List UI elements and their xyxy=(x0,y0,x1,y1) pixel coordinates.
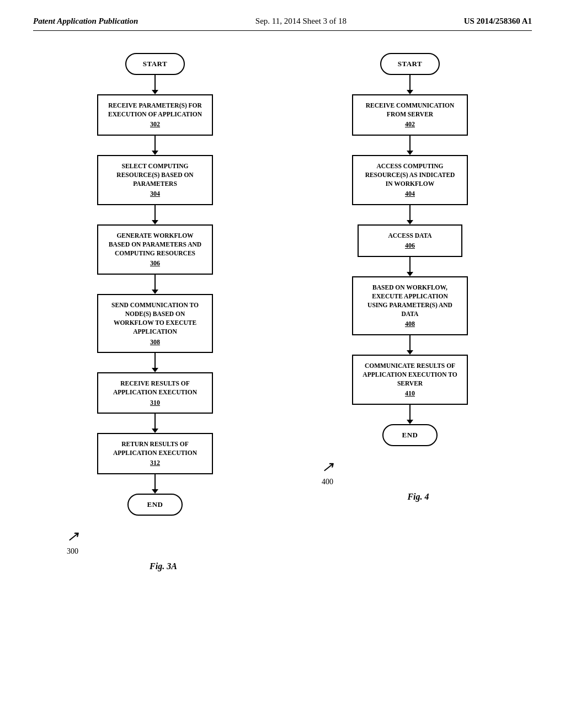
node-start-4: START xyxy=(380,53,440,75)
node-end-3a: END xyxy=(127,494,183,516)
node-404: ACCESS COMPUTING RESOURCE(S) AS INDICATE… xyxy=(352,155,468,205)
arrow-4-1 xyxy=(409,136,411,151)
header-publication-type: Patent Application Publication xyxy=(33,17,138,26)
diagram-fig3a: START RECEIVE PARAMETER(S) FOR EXECUTION… xyxy=(67,53,243,571)
node-308: SEND COMMUNICATION TO NODE(S) BASED ON W… xyxy=(97,294,213,353)
node-304: SELECT COMPUTING RESOURCE(S) BASED ON PA… xyxy=(97,155,213,205)
node-306: GENERATE WORKFLOW BASED ON PARAMETERS AN… xyxy=(97,224,213,275)
node-408: BASED ON WORKFLOW, EXECUTE APPLICATION U… xyxy=(352,276,468,335)
header-patent-number: US 2014/258360 A1 xyxy=(464,17,532,26)
corner-mark-3a: ↗ xyxy=(67,528,79,545)
arrow-3a-2 xyxy=(154,205,156,221)
node-406: ACCESS DATA 406 xyxy=(358,224,462,257)
node-310: RECEIVE RESULTS OF APPLICATION EXECUTION… xyxy=(97,372,213,414)
arrow-4-0 xyxy=(409,75,411,90)
arrow-3a-5 xyxy=(154,414,156,429)
diagrams-container: START RECEIVE PARAMETER(S) FOR EXECUTION… xyxy=(33,53,532,571)
diagram-3a-footer: ↗ 300 Fig. 3A xyxy=(67,521,243,571)
node-410: COMMUNICATE RESULTS OF APPLICATION EXECU… xyxy=(352,355,468,405)
flowchart-4: START RECEIVE COMMUNICATION FROM SERVER … xyxy=(352,53,468,446)
diagram-number-4: 400 xyxy=(322,478,333,486)
header-date-sheet: Sep. 11, 2014 Sheet 3 of 18 xyxy=(255,17,347,26)
diagram-4-footer: ↗ 400 Fig. 4 xyxy=(322,452,498,502)
node-402: RECEIVE COMMUNICATION FROM SERVER 402 xyxy=(352,94,468,136)
flowchart-3a: START RECEIVE PARAMETER(S) FOR EXECUTION… xyxy=(97,53,213,516)
arrow-4-4 xyxy=(409,335,411,351)
arrow-3a-0 xyxy=(154,75,156,90)
diagram-fig4: START RECEIVE COMMUNICATION FROM SERVER … xyxy=(322,53,498,502)
node-end-4: END xyxy=(382,424,438,446)
node-start-3a: START xyxy=(125,53,185,75)
diagram-number-3a: 300 xyxy=(67,547,78,556)
arrow-3a-4 xyxy=(154,353,156,368)
arrow-3a-6 xyxy=(154,474,156,490)
arrow-4-5 xyxy=(409,405,411,420)
fig-label-4: Fig. 4 xyxy=(407,492,429,502)
arrow-3a-1 xyxy=(154,136,156,151)
arrow-4-3 xyxy=(409,257,411,272)
node-312: RETURN RESULTS OF APPLICATION EXECUTION … xyxy=(97,433,213,474)
page-header: Patent Application Publication Sep. 11, … xyxy=(33,17,532,31)
page: Patent Application Publication Sep. 11, … xyxy=(0,0,565,728)
node-302: RECEIVE PARAMETER(S) FOR EXECUTION OF AP… xyxy=(97,94,213,136)
fig-label-3a: Fig. 3A xyxy=(150,561,177,571)
arrow-3a-3 xyxy=(154,275,156,290)
corner-mark-4: ↗ xyxy=(322,458,334,475)
arrow-4-2 xyxy=(409,205,411,221)
